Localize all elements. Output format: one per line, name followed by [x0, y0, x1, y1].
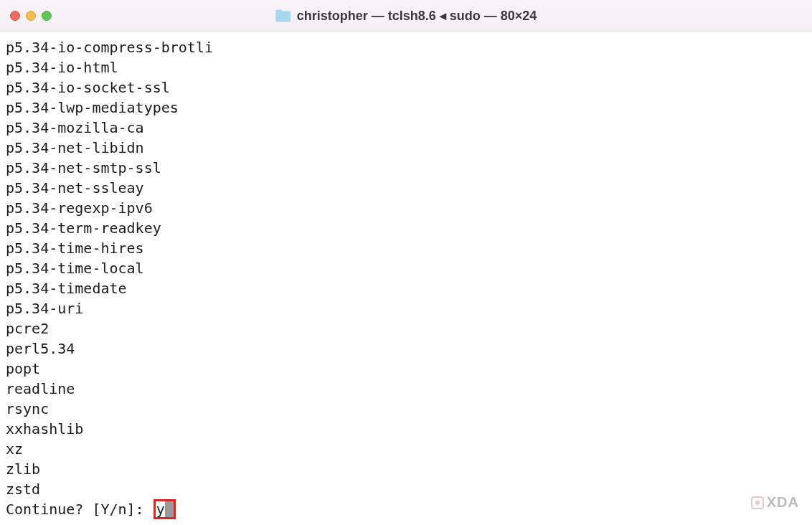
terminal-line: p5.34-io-compress-brotli	[6, 37, 809, 57]
folder-icon	[275, 9, 291, 22]
terminal-line: p5.34-timedate	[6, 278, 809, 298]
terminal-line: xxhashlib	[6, 419, 809, 439]
terminal-line: pcre2	[6, 318, 809, 339]
watermark-icon	[750, 496, 765, 510]
terminal-line: readline	[6, 379, 809, 399]
user-input[interactable]: y	[156, 499, 165, 519]
terminal-line: p5.34-time-local	[6, 258, 809, 278]
terminal-output[interactable]: p5.34-io-compress-brotlip5.34-io-htmlp5.…	[0, 32, 812, 522]
prompt-line: Continue? [Y/n]: y	[6, 499, 809, 519]
terminal-line: p5.34-io-html	[6, 57, 809, 77]
minimize-button[interactable]	[26, 11, 36, 21]
cursor	[165, 501, 174, 517]
terminal-line: popt	[6, 359, 809, 379]
terminal-line: rsync	[6, 399, 809, 419]
svg-point-1	[755, 501, 760, 505]
terminal-line: zlib	[6, 459, 809, 479]
window-title: christopher — tclsh8.6 ◂ sudo — 80×24	[275, 8, 537, 24]
terminal-line: p5.34-net-libidn	[6, 138, 809, 158]
terminal-line: p5.34-time-hires	[6, 238, 809, 258]
prompt-text: Continue? [Y/n]:	[6, 499, 153, 519]
traffic-lights	[10, 11, 52, 21]
close-button[interactable]	[10, 11, 20, 21]
terminal-line: p5.34-io-socket-ssl	[6, 77, 809, 98]
terminal-line: p5.34-net-ssleay	[6, 178, 809, 198]
titlebar: christopher — tclsh8.6 ◂ sudo — 80×24	[0, 0, 812, 32]
terminal-line: p5.34-uri	[6, 298, 809, 318]
terminal-line: p5.34-regexp-ipv6	[6, 198, 809, 218]
terminal-line: zstd	[6, 479, 809, 499]
window-title-text: christopher — tclsh8.6 ◂ sudo — 80×24	[297, 8, 537, 24]
watermark: XDA	[750, 494, 799, 511]
terminal-line: xz	[6, 439, 809, 459]
input-highlight: y	[154, 499, 176, 519]
terminal-line: perl5.34	[6, 339, 809, 359]
terminal-line: p5.34-term-readkey	[6, 218, 809, 238]
terminal-line: p5.34-lwp-mediatypes	[6, 98, 809, 118]
terminal-line: p5.34-mozilla-ca	[6, 118, 809, 138]
terminal-line: p5.34-net-smtp-ssl	[6, 158, 809, 178]
maximize-button[interactable]	[42, 11, 52, 21]
watermark-text: XDA	[767, 494, 799, 511]
